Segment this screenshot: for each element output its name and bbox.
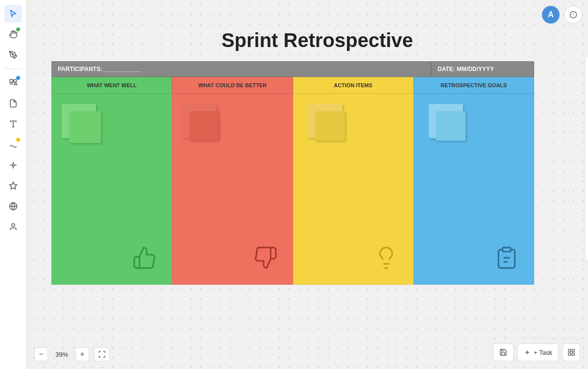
canvas-area: Sprint Retrospective PARTICIPANTS:______… [27, 0, 588, 369]
lightbulb-icon [374, 246, 398, 274]
ai-tool[interactable] [4, 177, 22, 195]
col-header-retro-goals: RETROSPECTIVE GOALS [414, 77, 534, 94]
svg-point-13 [12, 223, 15, 226]
col-body-could-better[interactable] [172, 94, 293, 285]
instructions-panel: INSTRUCTIONS Select an leader to run the… [585, 57, 588, 261]
columns-header: WHAT WENT WELL WHAT COULD BE BETTER ACTI… [51, 77, 534, 94]
globe-tool[interactable] [4, 197, 22, 215]
sticky-note-red-2 [190, 111, 219, 141]
board-container: Sprint Retrospective PARTICIPANTS:______… [51, 29, 583, 285]
zoom-level: 39% [53, 351, 71, 358]
columns-body [51, 94, 534, 285]
sticky-note-tool[interactable] [4, 95, 22, 112]
svg-rect-26 [572, 353, 574, 355]
svg-point-0 [12, 54, 14, 55]
clipboard-icon [494, 246, 519, 274]
svg-marker-10 [10, 182, 17, 189]
cursor-tool[interactable] [4, 5, 22, 23]
date-bar[interactable]: DATE: MM/DD/YYYY [431, 61, 534, 77]
svg-point-5 [12, 164, 15, 167]
header-row: PARTICIPANTS:____________ DATE: MM/DD/YY… [51, 61, 534, 77]
info-button[interactable] [564, 6, 582, 24]
task-button-label: + Task [534, 349, 552, 356]
add-task-button[interactable]: + Task [517, 344, 559, 361]
svg-rect-27 [568, 353, 571, 355]
zoom-out-button[interactable]: − [34, 347, 48, 361]
save-button[interactable] [493, 344, 514, 361]
col-header-went-well: WHAT WENT WELL [51, 77, 172, 94]
mindmap-tool[interactable] [4, 156, 22, 174]
thumbs-down-icon [253, 246, 278, 274]
draw-tool[interactable] [4, 136, 22, 153]
svg-rect-25 [572, 349, 574, 352]
left-toolbar [0, 0, 27, 369]
top-right-actions: A [542, 6, 582, 24]
text-tool[interactable] [4, 115, 22, 133]
bottom-toolbar: − 39% + [34, 347, 110, 361]
main-grid: PARTICIPANTS:____________ DATE: MM/DD/YY… [51, 61, 534, 285]
thumbs-up-icon [132, 246, 157, 274]
bottom-right-actions: + Task [493, 344, 580, 361]
grid-view-button[interactable] [563, 344, 580, 361]
sticky-note-yellow-2 [316, 111, 345, 141]
svg-rect-1 [10, 79, 13, 82]
pen-tool[interactable] [4, 46, 22, 64]
hand-tool[interactable] [4, 25, 22, 43]
sticky-note-green-2 [69, 111, 101, 143]
col-header-action-items: ACTION ITEMS [293, 77, 414, 94]
participants-bar[interactable]: PARTICIPANTS:____________ [51, 61, 431, 77]
profile-tool[interactable] [4, 218, 22, 236]
sticky-note-blue-2 [436, 111, 466, 141]
col-body-action-items[interactable] [293, 94, 414, 285]
board-title: Sprint Retrospective [51, 29, 583, 51]
col-body-retro-goals[interactable] [414, 94, 534, 285]
avatar[interactable]: A [542, 6, 560, 24]
col-header-could-better: WHAT COULD BE BETTER [172, 77, 293, 94]
divider-1 [4, 69, 22, 69]
zoom-in-button[interactable]: + [75, 347, 89, 361]
svg-rect-24 [568, 349, 571, 352]
shapes-tool[interactable] [4, 74, 22, 92]
svg-rect-19 [503, 247, 511, 251]
fit-to-screen-button[interactable] [94, 347, 110, 361]
col-body-went-well[interactable] [51, 94, 172, 285]
